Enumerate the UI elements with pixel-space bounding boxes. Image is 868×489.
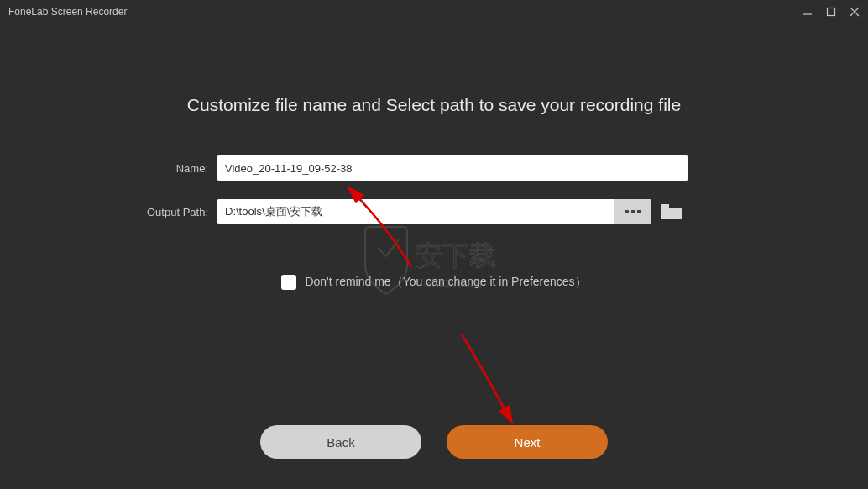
- button-row: Back Next: [0, 425, 868, 459]
- name-row: Name:: [143, 155, 868, 181]
- dont-remind-checkbox[interactable]: [281, 275, 296, 290]
- path-box: D:\tools\桌面\安下载: [217, 199, 651, 224]
- content-area: Customize file name and Select path to s…: [0, 24, 868, 489]
- path-wrap: D:\tools\桌面\安下载: [217, 199, 683, 224]
- annotation-arrow-1: [294, 175, 445, 276]
- annotation-arrow-2: [445, 326, 571, 435]
- back-button[interactable]: Back: [260, 425, 421, 459]
- name-input[interactable]: [217, 155, 688, 181]
- watermark-overlay: 安下载 anxz.com: [344, 218, 529, 323]
- remind-row: Don't remind me（You can change it in Pre…: [0, 275, 868, 290]
- app-title: FoneLab Screen Recorder: [8, 6, 127, 18]
- dot-icon: [625, 210, 629, 213]
- path-label: Output Path:: [143, 206, 217, 218]
- remind-text: Don't remind me（You can change it in Pre…: [305, 275, 586, 290]
- name-label: Name:: [143, 162, 217, 175]
- path-row: Output Path: D:\tools\桌面\安下载: [143, 199, 868, 224]
- next-button[interactable]: Next: [447, 425, 608, 459]
- svg-rect-1: [828, 8, 835, 16]
- path-value: D:\tools\桌面\安下载: [217, 204, 614, 219]
- dot-icon: [631, 210, 635, 213]
- titlebar: FoneLab Screen Recorder: [0, 0, 868, 24]
- dot-icon: [637, 210, 641, 213]
- close-button[interactable]: [846, 3, 863, 20]
- svg-text:安下载: 安下载: [416, 240, 496, 271]
- page-heading: Customize file name and Select path to s…: [0, 95, 868, 115]
- open-folder-button[interactable]: [660, 202, 683, 222]
- minimize-button[interactable]: [799, 3, 816, 20]
- path-more-button[interactable]: [614, 199, 651, 224]
- maximize-button[interactable]: [823, 3, 839, 20]
- window-controls: [799, 3, 863, 20]
- svg-rect-4: [661, 204, 669, 207]
